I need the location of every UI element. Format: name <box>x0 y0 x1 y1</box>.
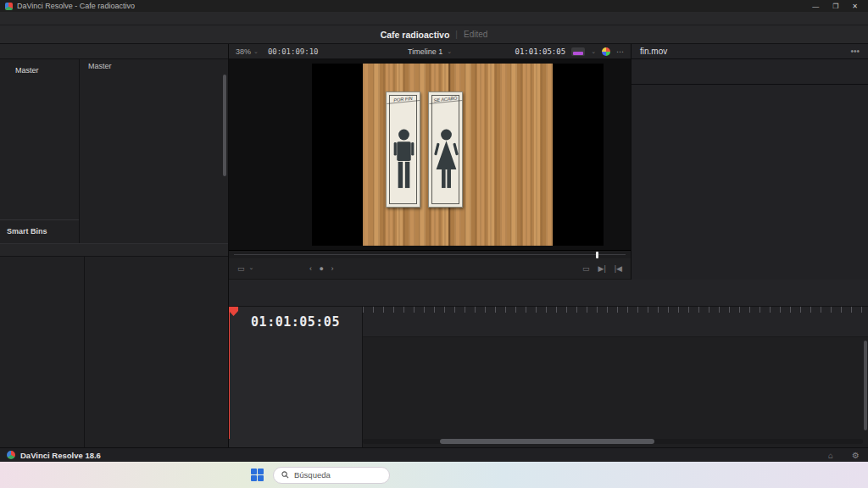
overlay-chevron-icon[interactable]: ⌄ <box>249 264 254 273</box>
app-version: DaVinci Resolve 18.6 <box>20 451 101 460</box>
media-scrollbar[interactable] <box>223 75 226 176</box>
maximize-button[interactable]: ❐ <box>832 3 838 10</box>
timeline-toolbar <box>229 280 868 307</box>
viewer-clip-timecode: 00:01:09:10 <box>268 47 319 56</box>
project-settings-icon[interactable]: ⚙ <box>852 451 860 460</box>
project-home-icon[interactable]: ⌂ <box>828 451 833 460</box>
resolve-logo-icon <box>7 451 15 459</box>
search-placeholder: Búsqueda <box>294 470 331 480</box>
viewer-playhead[interactable] <box>596 252 598 258</box>
start-button[interactable] <box>251 469 264 482</box>
viewer-zoom-chevron-icon[interactable]: ⌄ <box>253 48 259 55</box>
effects-search-row <box>0 243 228 257</box>
menubar <box>0 12 868 25</box>
timeline-selector-chevron-icon[interactable]: ⌄ <box>447 48 452 55</box>
viewer-scrub-bar[interactable] <box>229 250 631 258</box>
timeline-region: 01:01:05:05 <box>229 280 868 447</box>
windows-taskbar: Búsqueda <box>0 462 868 488</box>
color-wheel-icon[interactable] <box>602 47 610 56</box>
viewer-header: 38% ⌄ 00:01:09:10 Timeline 1 ⌄ 01:01:05:… <box>229 44 631 59</box>
effects-tree <box>0 257 85 447</box>
project-status: Edited <box>464 30 487 39</box>
bin-master[interactable]: Master <box>0 64 79 77</box>
top-toolbar: Cafe radioactivo | Edited <box>0 25 868 44</box>
female-figure-icon <box>433 120 459 202</box>
viewer-zoom-level[interactable]: 38% <box>236 47 251 56</box>
timeline-selector[interactable]: Timeline 1 <box>408 47 442 56</box>
male-figure-icon <box>391 120 417 202</box>
timeline-timecode: 01:01:05:05 <box>229 314 362 330</box>
timeline-viewer: 38% ⌄ 00:01:09:10 Timeline 1 ⌄ 01:01:05:… <box>229 44 632 280</box>
restroom-sign-female: SE ACABÓ <box>428 92 463 208</box>
inspector-more-icon[interactable]: ••• <box>850 47 860 56</box>
davinci-resolve-window: { "titlebar": {"title": "DaVinci Resolve… <box>0 0 868 488</box>
video-content-wood-door: POR FIN SE ACABÓ <box>363 64 553 246</box>
page-footer: DaVinci Resolve 18.6 ⌂ ⚙ <box>0 447 868 462</box>
viewer-timecode: 01:01:05:05 <box>515 47 566 56</box>
badge-chevron-icon[interactable]: ⌄ <box>591 48 596 55</box>
video-frame: POR FIN SE ACABÓ <box>312 64 604 246</box>
titlebar: DaVinci Resolve - Cafe radioactivo —❐✕ <box>0 0 868 12</box>
project-title: Cafe radioactivo <box>381 30 450 40</box>
viewer-options-icon[interactable]: ⋯ <box>616 47 624 56</box>
jog-control[interactable]: ‹ ● › <box>309 264 336 273</box>
timeline-vscrollbar[interactable] <box>864 341 867 430</box>
search-icon <box>281 471 289 479</box>
transport-controls: ▭ ⌄ ‹ ● › ▭ ▶| |◀ <box>229 258 631 279</box>
smart-bins-title: Smart Bins <box>0 224 79 238</box>
timeline-ruler[interactable] <box>363 307 868 337</box>
effects-list <box>85 257 228 447</box>
window-title: DaVinci Resolve - Cafe radioactivo <box>17 2 135 10</box>
playhead-line[interactable] <box>229 307 230 439</box>
goto-out-icon[interactable]: |◀ <box>615 264 622 273</box>
viewer-canvas[interactable]: POR FIN SE ACABÓ <box>229 59 631 250</box>
media-and-effects-panel: Master Smart Bins Master <box>0 44 229 447</box>
app-logo-icon <box>5 3 13 10</box>
media-pool-controls <box>0 44 228 59</box>
minimize-button[interactable]: — <box>812 3 819 10</box>
goto-in-icon[interactable]: ▶| <box>598 264 605 273</box>
inspector-panel: fin.mov ••• <box>632 44 868 280</box>
restroom-sign-male: POR FIN <box>386 92 420 208</box>
timeline-hscrollbar[interactable] <box>363 439 863 444</box>
current-bin-label: Master <box>80 59 228 72</box>
safe-area-icon[interactable]: ▭ <box>582 264 590 273</box>
taskbar-search[interactable]: Búsqueda <box>273 467 390 484</box>
inspector-clip-name: fin.mov <box>640 47 667 56</box>
close-button[interactable]: ✕ <box>852 3 858 10</box>
codec-badge-icon[interactable] <box>571 47 585 56</box>
project-header: Cafe radioactivo | Edited <box>381 30 488 40</box>
timeline-header-column: 01:01:05:05 <box>229 307 363 447</box>
viewer-overlay-mode-icon[interactable]: ▭ <box>237 264 245 273</box>
bin-tree: Master Smart Bins <box>0 59 80 243</box>
